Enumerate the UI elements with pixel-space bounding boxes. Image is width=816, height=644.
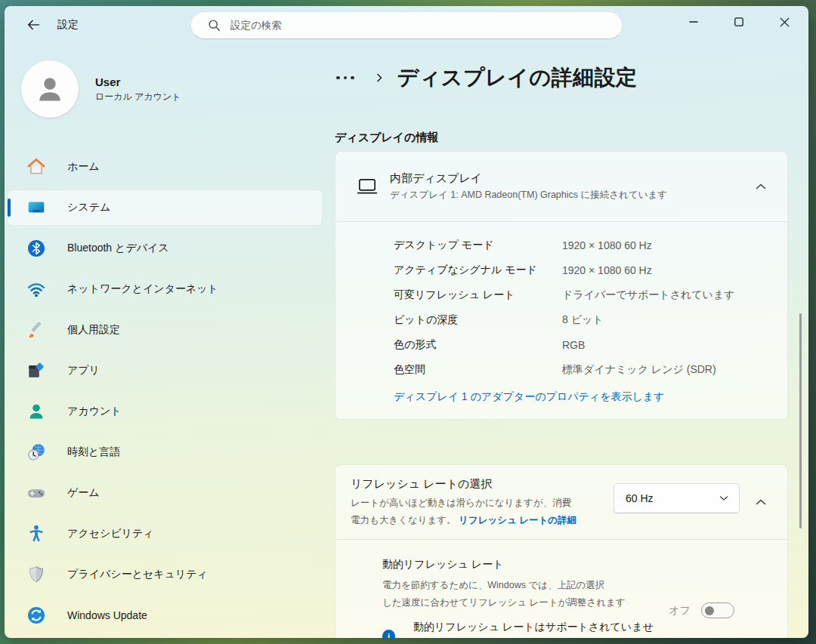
sidebar-item-personalization[interactable]: 個人用設定 [8,313,322,347]
breadcrumb-ellipsis-button[interactable] [335,72,356,85]
display-info-card: 内部ディスプレイ ディスプレイ 1: AMD Radeon(TM) Graphi… [335,151,788,420]
sidebar-item-label: 個人用設定 [67,323,120,337]
sidebar-item-home[interactable]: ホーム [8,149,322,184]
section-title: ディスプレイの情報 [335,131,438,145]
sidebar-item-label: プライバシーとセキュリティ [67,568,208,581]
dynamic-refresh-rate-section: 動的リフレッシュ レート 電力を節約するために、Windows では、上記の選択… [335,540,787,638]
dynamic-refresh-rate-info: i 動的リフレッシュ レートはサポートされていません [382,618,787,638]
dynamic-refresh-rate-title: 動的リフレッシュ レート [382,558,787,572]
sidebar-item-gaming[interactable]: ゲーム [8,476,322,510]
window-controls [671,6,807,38]
home-icon [26,157,46,177]
spec-value: 1920 × 1080 60 Hz [562,264,652,276]
wifi-icon [26,279,46,299]
sidebar-item-label: ホーム [67,160,100,174]
collapse-display-info-button[interactable] [748,174,774,199]
time-language-icon [26,442,46,462]
breadcrumb: ディスプレイの詳細設定 [335,64,638,91]
sidebar-item-windows-update[interactable]: Windows Update [8,598,322,633]
spec-row-bit-depth: ビットの深度 8 ビット [394,307,787,332]
apps-icon [26,361,46,381]
desktop-background: 設定 設定の検索 [0,0,816,644]
titlebar: 設定 設定の検索 [5,6,808,44]
page-title: ディスプレイの詳細設定 [397,63,638,92]
dynamic-refresh-rate-info-text: 動的リフレッシュ レートはサポートされていません [413,618,657,638]
vertical-scrollbar[interactable] [799,313,802,528]
back-button[interactable] [21,14,45,36]
collapse-refresh-rate-button[interactable] [748,489,774,515]
spec-value: 標準ダイナミック レンジ (SDR) [562,363,716,377]
toggle-state-label: オフ [669,604,691,618]
spec-row-variable-refresh-rate: 可変リフレッシュ レート ドライバーでサポートされています [394,282,787,307]
maximize-icon [734,17,743,26]
sidebar-item-privacy-security[interactable]: プライバシーとセキュリティ [8,557,322,592]
back-arrow-icon [26,17,41,32]
refresh-rate-learn-more-link[interactable]: リフレッシュ レートの詳細 [459,515,576,525]
refresh-rate-title: リフレッシュ レートの選択 [351,477,576,491]
refresh-rate-description: レートが高いほど動きは滑らかになりますが、消費 電力も大きくなります。 リフレッ… [351,495,576,528]
display-info-header[interactable]: 内部ディスプレイ ディスプレイ 1: AMD Radeon(TM) Graphi… [335,152,787,221]
breadcrumb-ellipsis-icon [344,76,348,80]
display-card-title: 内部ディスプレイ [390,171,667,186]
sidebar-item-label: Bluetooth とデバイス [67,242,169,255]
sidebar-item-accessibility[interactable]: アクセシビリティ [8,516,322,551]
dynamic-refresh-rate-toggle[interactable] [701,602,734,618]
chevron-down-icon [719,495,728,501]
sidebar-item-label: システム [67,201,110,214]
sidebar-item-accounts[interactable]: アカウント [8,394,322,429]
spec-label: 色空間 [394,363,562,377]
avatar [21,60,79,118]
spec-label: 可変リフレッシュ レート [394,288,562,302]
selected-accent-pill [8,199,11,217]
sidebar-item-bluetooth-devices[interactable]: Bluetooth とデバイス [8,231,322,266]
windows-update-icon [26,605,46,625]
display-card-subtitle: ディスプレイ 1: AMD Radeon(TM) Graphics に接続されて… [390,189,667,202]
chevron-up-icon [756,183,766,190]
paintbrush-icon [26,320,46,340]
close-icon [780,17,790,27]
user-name: User [95,75,181,88]
sidebar-item-network-internet[interactable]: ネットワークとインターネット [8,272,322,307]
spec-row-color-format: 色の形式 RGB [394,332,787,357]
sidebar-item-time-language[interactable]: 時刻と言語 [8,435,322,470]
spec-label: 色の形式 [394,338,562,352]
sidebar-item-label: アクセシビリティ [67,527,154,541]
minimize-button[interactable] [671,6,716,38]
sidebar-item-apps[interactable]: アプリ [8,353,322,388]
chevron-up-icon [756,498,766,506]
user-silhouette-icon [33,72,66,106]
maximize-button[interactable] [716,6,762,38]
bluetooth-icon [26,239,46,258]
accessibility-icon [26,524,46,544]
spec-row-color-space: 色空間 標準ダイナミック レンジ (SDR) [394,357,787,382]
sidebar-item-label: アカウント [67,405,122,418]
search-input[interactable]: 設定の検索 [190,11,623,39]
sidebar-item-system[interactable]: システム [8,190,322,225]
toggle-knob-icon [705,606,714,615]
minimize-icon [689,17,698,26]
display-spec-rows: デスクトップ モード 1920 × 1080 60 Hz アクティブなシグナル … [335,222,787,382]
spec-row-desktop-mode: デスクトップ モード 1920 × 1080 60 Hz [394,233,787,257]
spec-value: ドライバーでサポートされています [562,288,735,302]
search-placeholder: 設定の検索 [230,19,282,32]
sidebar-item-label: ネットワークとインターネット [67,282,218,296]
refresh-rate-header: リフレッシュ レートの選択 レートが高いほど動きは滑らかになりますが、消費 電力… [335,465,787,539]
spec-label: ビットの深度 [394,313,562,327]
refresh-rate-dropdown[interactable]: 60 Hz [614,483,740,513]
gamepad-icon [26,483,46,503]
spec-label: アクティブなシグナル モード [394,263,562,277]
refresh-rate-dropdown-value: 60 Hz [626,492,654,504]
user-profile[interactable]: User ローカル アカウント [21,60,181,118]
adapter-properties-link[interactable]: ディスプレイ 1 のアダプターのプロパティを表示します [394,390,664,402]
sidebar: User ローカル アカウント ホーム [5,44,329,638]
breadcrumb-ellipsis-icon [336,76,340,80]
search-icon [208,19,221,32]
app-title: 設定 [57,18,79,32]
account-icon [26,402,46,421]
dynamic-description-line2: した速度に合わせてリフレッシュ レートが調整されます [382,597,626,608]
spec-value: 1920 × 1080 60 Hz [562,239,652,251]
spec-label: デスクトップ モード [394,239,562,252]
close-button[interactable] [762,6,807,38]
sidebar-item-label: Windows Update [67,609,147,621]
spec-row-active-signal-mode: アクティブなシグナル モード 1920 × 1080 60 Hz [394,257,787,282]
